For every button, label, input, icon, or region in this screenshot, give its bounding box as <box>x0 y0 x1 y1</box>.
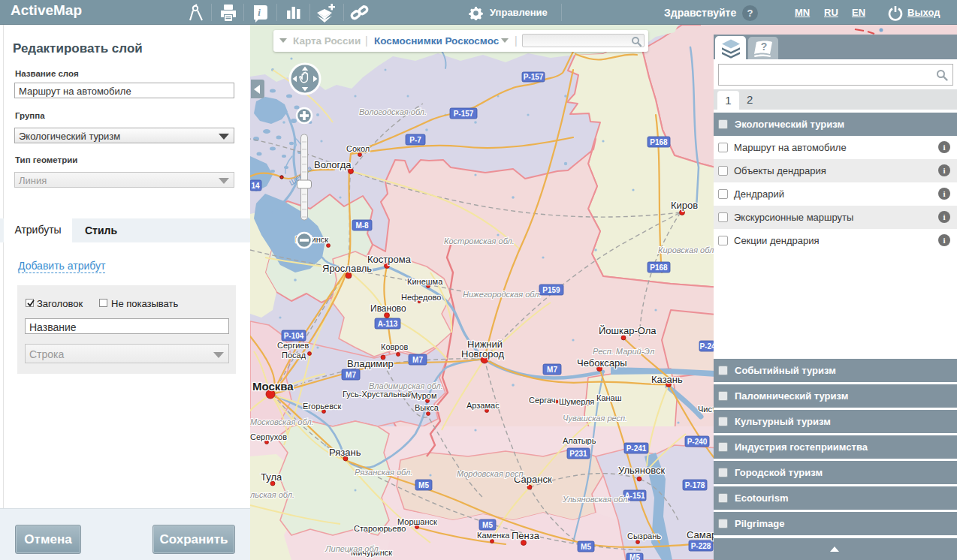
svg-text:М5: М5 <box>418 481 429 489</box>
svg-text:14: 14 <box>251 182 260 190</box>
svg-text:Выкса: Выкса <box>415 403 439 412</box>
svg-text:Сергач: Сергач <box>529 396 556 405</box>
svg-text:М5: М5 <box>581 543 591 551</box>
svg-text:i: i <box>258 7 261 18</box>
svg-text:Вологодская обл.: Вологодская обл. <box>359 107 427 116</box>
svg-text:Староюрьево: Староюрьево <box>354 524 406 533</box>
svg-text:Кировская обл.: Кировская обл. <box>658 245 716 254</box>
svg-text:А-113: А-113 <box>378 320 398 328</box>
svg-text:Р-104: Р-104 <box>284 332 304 340</box>
svg-text:Р-157: Р-157 <box>524 73 544 81</box>
svg-text:Р168: Р168 <box>650 263 668 272</box>
svg-text:М7: М7 <box>412 356 423 364</box>
svg-text:Р159: Р159 <box>542 286 560 294</box>
svg-text:Ульяновск: Ульяновск <box>618 465 665 476</box>
svg-text:Казань: Казань <box>651 374 683 385</box>
svg-text:Р-157: Р-157 <box>454 110 474 118</box>
svg-text:М7: М7 <box>547 366 557 374</box>
svg-text:Р231: Р231 <box>569 450 587 458</box>
svg-text:Владимирская обл.: Владимирская обл. <box>369 381 443 390</box>
svg-text:Ярославль: Ярославль <box>322 263 372 274</box>
svg-text:Арзамас: Арзамас <box>466 401 500 410</box>
svg-text:М5: М5 <box>629 553 640 560</box>
svg-text:Москва: Москва <box>252 380 294 393</box>
svg-text:Киров: Киров <box>671 200 698 211</box>
svg-text:Липецкая обл.: Липецкая обл. <box>325 544 381 553</box>
svg-text:Муром: Муром <box>411 391 436 400</box>
svg-text:Кинешма: Кинешма <box>407 277 443 286</box>
svg-text:льская обл.: льская обл. <box>250 490 294 499</box>
svg-text:Йошкар-Ола: Йошкар-Ола <box>599 325 657 336</box>
svg-text:Рязанская обл.: Рязанская обл. <box>355 468 412 477</box>
svg-text:Владимир: Владимир <box>347 358 394 369</box>
svg-text:Костромская обл.: Костромская обл. <box>444 236 515 245</box>
svg-text:Алатырь: Алатырь <box>563 436 596 445</box>
svg-text:Р-240: Р-240 <box>687 438 708 446</box>
svg-text:Пенза: Пенза <box>512 530 540 541</box>
svg-text:Респ. Марий-Эл: Респ. Марий-Эл <box>593 347 654 356</box>
svg-text:Сергиев: Сергиев <box>277 341 309 350</box>
svg-text:Нефедово: Нефедово <box>401 293 441 302</box>
svg-text:Нижегородская обл.: Нижегородская обл. <box>463 290 542 299</box>
svg-text:Мордовская респ.: Мордовская респ. <box>457 469 526 478</box>
svg-text:Кострома: Кострома <box>367 254 412 265</box>
svg-text:Канаш: Канаш <box>596 393 622 402</box>
svg-text:Чувашская респ.: Чувашская респ. <box>563 414 627 423</box>
svg-text:Гусь-Хрустальный: Гусь-Хрустальный <box>343 390 412 399</box>
svg-text:М-8: М-8 <box>355 221 369 230</box>
svg-text:Ульяновская обл.: Ульяновская обл. <box>562 495 629 504</box>
svg-text:Р-178: Р-178 <box>685 481 705 489</box>
svg-text:Каменка: Каменка <box>477 531 510 540</box>
svg-text:Ковров: Ковров <box>381 342 409 351</box>
svg-text:Иваново: Иваново <box>370 303 406 314</box>
svg-text:Тула: Тула <box>261 471 282 483</box>
svg-text:Р168: Р168 <box>650 138 668 146</box>
svg-text:М7: М7 <box>346 371 356 379</box>
svg-text:Р-7: Р-7 <box>409 136 421 144</box>
svg-text:Московская обл.: Московская обл. <box>250 417 314 426</box>
svg-text:Егорьевск: Егорьевск <box>303 402 341 411</box>
svg-text:Новгород: Новгород <box>461 348 504 360</box>
svg-text:Сокол: Сокол <box>346 144 370 153</box>
svg-text:Серпухов: Серпухов <box>250 432 287 441</box>
svg-text:Чебоксары: Чебоксары <box>577 357 627 369</box>
svg-text:Шумерля: Шумерля <box>559 397 594 406</box>
svg-text:Сызрань: Сызрань <box>627 531 661 540</box>
svg-text:Р-228: Р-228 <box>691 542 711 550</box>
svg-text:М5: М5 <box>482 521 493 529</box>
svg-text:Рязань: Рязань <box>329 447 361 458</box>
svg-text:Посад: Посад <box>282 351 306 360</box>
svg-text:?: ? <box>761 41 768 53</box>
svg-text:Р-241: Р-241 <box>626 444 647 453</box>
